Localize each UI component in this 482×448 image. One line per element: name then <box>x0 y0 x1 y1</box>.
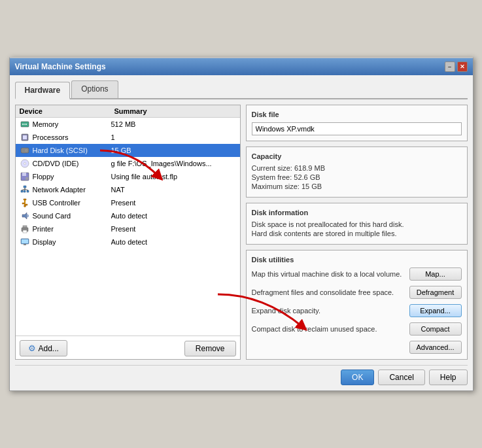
device-name-harddisk: Hard Disk (SCSI) <box>33 146 111 154</box>
tab-options[interactable]: Options <box>71 80 118 98</box>
device-table-header: Device Summary <box>16 105 240 118</box>
help-button[interactable]: Help <box>429 370 468 385</box>
disk-file-input[interactable] <box>252 122 462 135</box>
compact-text: Compact disk to reclaim unused space. <box>252 325 409 333</box>
defragment-button[interactable]: Defragment <box>409 286 462 299</box>
add-icon: ⚙ <box>28 343 36 353</box>
disk-utilities-section: Disk utilities Map this virtual machine … <box>246 250 468 360</box>
col-device-header: Device <box>20 107 114 115</box>
svg-rect-18 <box>21 190 23 192</box>
device-summary-display: Auto detect <box>111 238 236 246</box>
capacity-section: Capacity Current size: 618.9 MB System f… <box>246 146 468 198</box>
title-bar: Virtual Machine Settings – ✕ <box>10 58 473 75</box>
device-row-cddvd[interactable]: CD/DVD (IDE) g file F:\OS_Images\Windows… <box>16 157 240 170</box>
svg-rect-4 <box>24 124 24 125</box>
window-title: Virtual Machine Settings <box>15 62 106 71</box>
device-list: Memory 512 MB Processors 1 <box>16 118 240 330</box>
device-summary-harddisk: 15 GB <box>111 146 236 154</box>
device-row-printer[interactable]: Printer Present <box>16 222 240 235</box>
svg-rect-34 <box>22 239 28 243</box>
memory-icon <box>20 119 30 129</box>
window-body: Hardware Options <box>10 75 473 390</box>
col-summary-header: Summary <box>114 107 236 115</box>
svg-rect-5 <box>25 124 26 125</box>
device-row-memory[interactable]: Memory 512 MB <box>16 118 240 131</box>
network-icon <box>20 184 30 195</box>
disk-file-section: Disk file <box>246 105 468 141</box>
svg-line-23 <box>25 189 28 190</box>
svg-rect-31 <box>23 226 27 228</box>
device-row-display[interactable]: Display Auto detect <box>16 235 240 249</box>
svg-rect-20 <box>27 190 29 192</box>
main-content: Device Summary Memory 512 MB <box>15 105 468 360</box>
dialog-buttons: OK Cancel Help <box>15 365 468 385</box>
device-row-harddisk[interactable]: Hard Disk (SCSI) 15 GB <box>16 144 240 157</box>
virtual-machine-settings-window: Virtual Machine Settings – ✕ Hardware Op… <box>9 57 473 391</box>
disk-info-line1: Disk space is not preallocated for this … <box>252 220 462 228</box>
printer-icon <box>20 224 30 234</box>
device-row-processors[interactable]: Processors 1 <box>16 131 240 144</box>
floppy-icon <box>20 171 30 182</box>
harddisk-icon <box>20 145 30 156</box>
disk-info-line2: Hard disk contents are stored in multipl… <box>252 230 462 237</box>
advanced-row: Advanced... <box>252 341 462 354</box>
add-button[interactable]: ⚙ Add... <box>20 340 67 356</box>
svg-rect-8 <box>23 135 27 139</box>
device-name-network: Network Adapter <box>33 186 111 194</box>
utility-row-compact: Compact disk to reclaim unused space. Co… <box>252 322 462 336</box>
device-panel: Device Summary Memory 512 MB <box>15 105 241 360</box>
ok-button[interactable]: OK <box>341 370 374 385</box>
display-icon <box>20 237 30 247</box>
device-summary-printer: Present <box>111 225 236 233</box>
svg-line-22 <box>22 189 25 190</box>
map-button[interactable]: Map... <box>409 267 462 281</box>
svg-rect-3 <box>22 124 23 125</box>
utility-row-map: Map this virtual machine disk to a local… <box>252 267 462 281</box>
usb-icon <box>20 198 30 208</box>
close-button[interactable]: ✕ <box>457 61 468 72</box>
minimize-button[interactable]: – <box>445 61 455 72</box>
svg-rect-24 <box>24 199 26 200</box>
device-panel-buttons: ⚙ Add... Remove <box>16 336 240 359</box>
capacity-title: Capacity <box>252 152 462 160</box>
svg-point-11 <box>26 150 27 151</box>
advanced-button[interactable]: Advanced... <box>409 341 462 354</box>
device-row-usb[interactable]: USB Controller Present <box>16 196 240 209</box>
expand-button[interactable]: Expand... <box>409 304 462 317</box>
device-name-floppy: Floppy <box>33 173 111 181</box>
disk-information-section: Disk information Disk space is not preal… <box>246 203 468 245</box>
title-bar-buttons: – ✕ <box>445 61 468 72</box>
svg-rect-19 <box>24 190 26 192</box>
defragment-text: Defragment files and consolidate free sp… <box>252 288 409 296</box>
compact-button[interactable]: Compact <box>409 322 462 336</box>
processors-icon <box>20 132 30 143</box>
device-row-network[interactable]: Network Adapter NAT <box>16 183 240 196</box>
disk-info-title: Disk information <box>252 209 462 216</box>
svg-rect-32 <box>23 230 27 233</box>
svg-point-13 <box>24 163 26 165</box>
device-summary-usb: Present <box>111 199 236 207</box>
svg-rect-17 <box>24 186 26 188</box>
device-summary-floppy: Using file autoinst.flp <box>111 173 236 181</box>
device-summary-memory: 512 MB <box>111 120 236 128</box>
device-name-memory: Memory <box>33 120 111 128</box>
current-size: Current size: 618.9 MB <box>252 164 462 172</box>
system-free: System free: 52.6 GB <box>252 173 462 181</box>
right-panel: Disk file Capacity Current size: 618.9 M… <box>246 105 468 360</box>
tab-hardware[interactable]: Hardware <box>15 82 71 99</box>
svg-rect-15 <box>22 173 26 176</box>
device-name-usb: USB Controller <box>33 199 111 207</box>
map-text: Map this virtual machine disk to a local… <box>252 270 409 278</box>
cancel-button[interactable]: Cancel <box>378 370 424 385</box>
svg-rect-25 <box>24 200 26 205</box>
svg-rect-35 <box>24 244 26 245</box>
remove-button[interactable]: Remove <box>184 341 236 356</box>
tab-bar: Hardware Options <box>15 80 468 99</box>
svg-marker-29 <box>22 213 27 219</box>
utility-row-expand: Expand disk capacity. Expand... <box>252 304 462 317</box>
device-row-soundcard[interactable]: Sound Card Auto detect <box>16 209 240 222</box>
svg-rect-26 <box>22 203 24 204</box>
device-row-floppy[interactable]: Floppy Using file autoinst.flp <box>16 170 240 183</box>
device-summary-soundcard: Auto detect <box>111 212 236 220</box>
disk-file-title: Disk file <box>252 111 462 118</box>
